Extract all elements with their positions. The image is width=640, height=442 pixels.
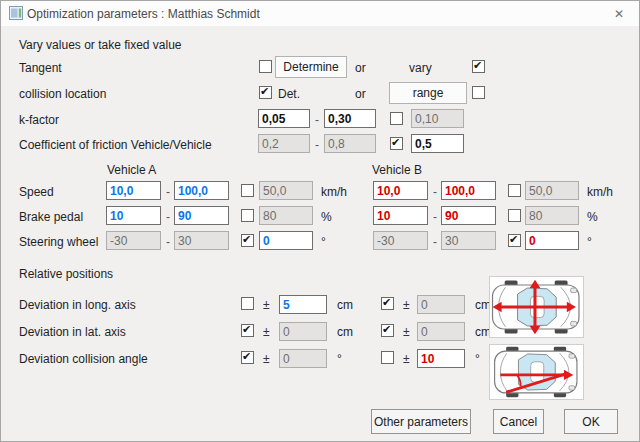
dev-lat-a-pm: ± [263, 325, 270, 339]
dev-lat-b-pm: ± [403, 325, 410, 339]
relative-positions-header: Relative positions [19, 267, 113, 281]
speed-b-fixed-checkbox[interactable] [508, 184, 521, 197]
brake-a-max-input[interactable] [174, 206, 229, 225]
friction-max-input [324, 134, 376, 153]
vehicle-b-header: Vehicle B [372, 163, 422, 177]
dev-angle-b-checkbox[interactable] [381, 351, 394, 364]
window-title: Optimization parameters : Matthias Schmi… [27, 7, 260, 21]
dev-long-a-input[interactable] [279, 295, 327, 314]
brake-a-min-input[interactable] [106, 206, 161, 225]
vehicle-a-header: Vehicle A [107, 163, 156, 177]
steering-a-fixed-input[interactable] [259, 231, 313, 250]
steering-a-dash: - [166, 235, 170, 249]
title-bar[interactable]: Optimization parameters : Matthias Schmi… [1, 1, 639, 26]
dev-angle-a-pm: ± [263, 352, 270, 366]
car-axes-diagram [489, 276, 584, 338]
dev-long-a-unit: cm [337, 298, 353, 312]
speed-a-dash: - [166, 185, 170, 199]
speed-b-min-input[interactable] [373, 181, 428, 200]
dev-angle-b-input[interactable] [417, 349, 465, 368]
dev-lat-b-input [417, 322, 465, 341]
kfactor-min-input[interactable] [258, 109, 310, 128]
friction-min-input [258, 134, 310, 153]
dev-lat-a-checkbox[interactable] [241, 324, 254, 337]
collision-det-label: Det. [278, 87, 300, 101]
kfactor-fixed-checkbox[interactable] [390, 112, 403, 125]
dev-long-a-pm: ± [263, 298, 270, 312]
collision-range-checkbox[interactable] [472, 86, 485, 99]
car-angle-diagram [489, 344, 584, 400]
dev-lat-a-unit: cm [337, 325, 353, 339]
steering-label: Steering wheel [19, 235, 98, 249]
brake-a-dash: - [166, 210, 170, 224]
range-button[interactable]: range [389, 82, 467, 104]
brake-a-fixed-input [259, 206, 313, 225]
collision-or-label: or [355, 87, 366, 101]
kfactor-fixed-input [411, 109, 464, 128]
dev-lat-label: Deviation in lat. axis [19, 325, 126, 339]
brake-b-min-input[interactable] [373, 206, 428, 225]
speed-b-fixed-input [525, 181, 579, 200]
dev-angle-a-unit: ° [337, 352, 342, 366]
brake-a-unit: % [321, 210, 332, 224]
tangent-vary-label: vary [409, 61, 432, 75]
steering-b-dash: - [433, 235, 437, 249]
dev-angle-b-unit: ° [475, 352, 480, 366]
ok-button[interactable]: OK [564, 409, 618, 434]
kfactor-dash: - [315, 113, 319, 127]
steering-a-max-input [174, 231, 229, 250]
collision-det-checkbox[interactable] [259, 86, 272, 99]
tangent-determine-checkbox[interactable] [259, 60, 272, 73]
steering-b-min-input [373, 231, 428, 250]
speed-a-fixed-checkbox[interactable] [241, 184, 254, 197]
steering-a-min-input [106, 231, 161, 250]
close-icon[interactable]: ✕ [605, 4, 633, 24]
dev-lat-a-input [279, 322, 327, 341]
optimization-parameters-dialog: Optimization parameters : Matthias Schmi… [0, 0, 640, 442]
kfactor-label: k-factor [19, 113, 59, 127]
friction-fixed-input[interactable] [411, 134, 464, 153]
app-icon [9, 6, 23, 20]
friction-fixed-checkbox[interactable] [390, 137, 403, 150]
brake-b-dash: - [433, 210, 437, 224]
dev-long-b-checkbox[interactable] [381, 297, 394, 310]
friction-dash: - [315, 138, 319, 152]
dev-angle-a-checkbox[interactable] [241, 351, 254, 364]
dev-long-b-input [417, 295, 465, 314]
steering-b-unit: ° [587, 235, 592, 249]
dev-angle-label: Deviation collision angle [19, 352, 148, 366]
brake-a-fixed-checkbox[interactable] [241, 209, 254, 222]
dev-long-label: Deviation in long. axis [19, 298, 136, 312]
collision-location-label: collision location [19, 87, 106, 101]
brake-b-fixed-input [525, 206, 579, 225]
tangent-vary-checkbox[interactable] [472, 60, 485, 73]
speed-b-unit: km/h [587, 185, 613, 199]
brake-b-unit: % [587, 210, 598, 224]
speed-a-max-input[interactable] [174, 181, 229, 200]
brake-b-max-input[interactable] [441, 206, 496, 225]
dev-long-a-checkbox[interactable] [241, 297, 254, 310]
kfactor-max-input[interactable] [324, 109, 376, 128]
speed-b-dash: - [433, 185, 437, 199]
speed-a-unit: km/h [321, 185, 347, 199]
speed-b-max-input[interactable] [441, 181, 496, 200]
tangent-label: Tangent [19, 61, 62, 75]
steering-a-fixed-checkbox[interactable] [241, 234, 254, 247]
dev-angle-a-input [279, 349, 327, 368]
intro-label: Vary values or take fixed value [19, 38, 182, 52]
cancel-button[interactable]: Cancel [493, 409, 544, 434]
speed-label: Speed [19, 185, 54, 199]
friction-label: Coefficient of friction Vehicle/Vehicle [19, 138, 212, 152]
steering-b-fixed-input[interactable] [525, 231, 579, 250]
tangent-or-label: or [355, 61, 366, 75]
steering-b-max-input [441, 231, 496, 250]
determine-button[interactable]: Determine [275, 56, 347, 78]
steering-b-fixed-checkbox[interactable] [508, 234, 521, 247]
brake-label: Brake pedal [19, 210, 83, 224]
dev-angle-b-pm: ± [403, 352, 410, 366]
dev-long-b-pm: ± [403, 298, 410, 312]
brake-b-fixed-checkbox[interactable] [508, 209, 521, 222]
speed-a-min-input[interactable] [106, 181, 161, 200]
other-parameters-button[interactable]: Other parameters [371, 409, 471, 434]
dev-lat-b-checkbox[interactable] [381, 324, 394, 337]
